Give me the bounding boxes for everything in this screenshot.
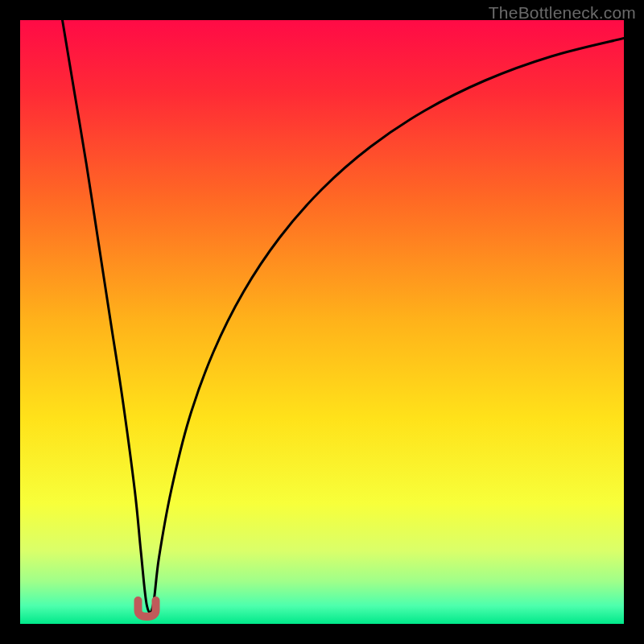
chart-svg bbox=[20, 20, 624, 624]
chart-frame bbox=[20, 20, 624, 624]
watermark: TheBottleneck.com bbox=[489, 3, 636, 23]
